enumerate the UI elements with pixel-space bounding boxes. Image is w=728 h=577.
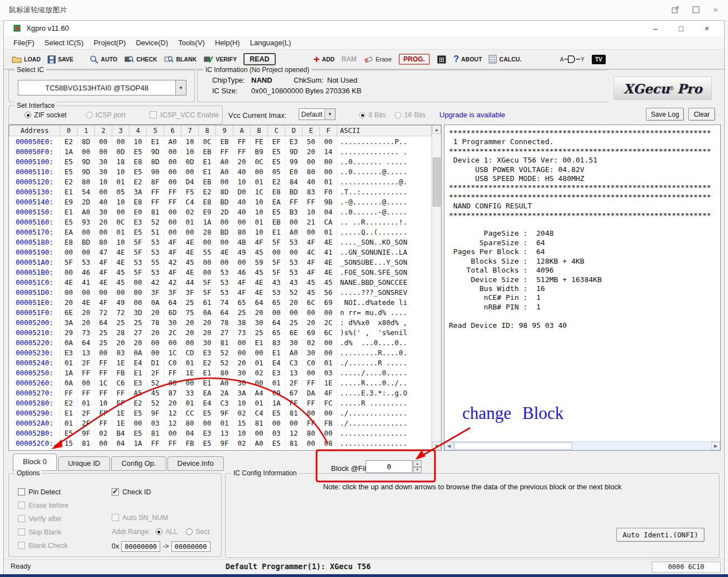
hex-byte-cell[interactable]: 00 <box>303 227 320 237</box>
hex-ascii-cell[interactable]: ..0....... ..... <box>337 156 432 166</box>
hex-byte-cell[interactable]: C3 <box>216 398 233 408</box>
hex-byte-cell[interactable]: 53 <box>216 267 233 277</box>
hex-byte-cell[interactable]: A0 <box>216 166 233 177</box>
hex-byte-cell[interactable]: 81 <box>216 337 233 347</box>
hex-byte-cell[interactable]: 00 <box>78 247 95 257</box>
hex-byte-cell[interactable]: 4F <box>164 267 181 277</box>
radio-icon[interactable] <box>359 112 366 118</box>
option-verify-after[interactable]: Verify after <box>18 515 69 523</box>
hex-byte-cell[interactable]: E4 <box>199 398 216 408</box>
hex-byte-cell[interactable]: 12 <box>164 408 181 418</box>
minimize-icon[interactable]: – <box>643 22 668 35</box>
hex-byte-cell[interactable]: E1 <box>60 187 78 197</box>
hex-byte-cell[interactable]: 72 <box>95 307 112 317</box>
hex-byte-cell[interactable]: E5 <box>130 428 147 438</box>
hex-byte-cell[interactable]: 00 <box>251 166 268 177</box>
hex-byte-cell[interactable]: 10 <box>233 177 251 187</box>
add-button[interactable]: + ADD <box>314 55 335 63</box>
hex-byte-cell[interactable]: 84 <box>285 177 303 187</box>
hex-byte-cell[interactable]: 80 <box>78 177 95 187</box>
hex-byte-cell[interactable]: E3 <box>60 347 78 357</box>
addr-to-input[interactable] <box>171 541 210 552</box>
hex-byte-cell[interactable]: 5F <box>268 257 285 267</box>
hex-byte-cell[interactable]: E8 <box>130 156 147 166</box>
hex-ascii-cell[interactable]: ................ <box>337 438 432 448</box>
hex-byte-cell[interactable]: 10 <box>112 197 130 207</box>
hex-byte-cell[interactable]: 4E <box>320 267 337 277</box>
hex-byte-cell[interactable]: E5 <box>268 156 285 166</box>
hex-byte-cell[interactable]: 01 <box>112 177 130 187</box>
hex-byte-cell[interactable]: 00 <box>268 307 285 317</box>
hex-byte-cell[interactable]: 20 <box>147 327 164 337</box>
read-button[interactable]: READ <box>243 53 275 65</box>
hex-byte-cell[interactable]: 8D <box>78 136 95 147</box>
checkbox-icon[interactable] <box>18 515 25 522</box>
hex-byte-cell[interactable]: E2 <box>60 398 78 408</box>
hex-byte-cell[interactable]: 4F <box>303 237 320 247</box>
hex-byte-cell[interactable]: 9B <box>320 197 337 207</box>
hex-byte-cell[interactable]: A0 <box>216 378 233 388</box>
hex-byte-cell[interactable]: 53 <box>130 257 147 267</box>
hex-byte-cell[interactable]: E3 <box>268 368 285 378</box>
hex-byte-cell[interactable]: A0 <box>216 156 233 166</box>
hex-byte-cell[interactable]: 10 <box>233 428 251 438</box>
hex-byte-cell[interactable]: 00 <box>164 378 181 388</box>
hex-byte-cell[interactable]: 00 <box>164 166 181 177</box>
hex-byte-cell[interactable]: 1C <box>95 378 112 388</box>
hex-byte-cell[interactable]: 00 <box>78 146 95 156</box>
hex-byte-cell[interactable]: 00 <box>112 136 130 147</box>
hex-byte-cell[interactable]: 9F <box>147 408 164 418</box>
hex-byte-cell[interactable]: 51 <box>147 227 164 237</box>
hex-byte-cell[interactable]: 10 <box>112 237 130 247</box>
menu-item-project-p-[interactable]: Project(P) <box>89 39 131 47</box>
hex-byte-cell[interactable]: 10 <box>251 207 268 217</box>
radio-icon[interactable] <box>25 112 31 118</box>
menu-item-device-d-[interactable]: Device(D) <box>131 39 173 47</box>
hex-byte-cell[interactable]: 5F <box>130 267 147 277</box>
hex-byte-cell[interactable]: 13 <box>78 347 95 357</box>
hex-byte-cell[interactable]: E5 <box>268 146 285 156</box>
hex-byte-cell[interactable]: 80 <box>216 368 233 378</box>
hex-byte-cell[interactable]: 02 <box>303 337 320 347</box>
hex-byte-cell[interactable]: 25 <box>95 327 112 337</box>
hex-byte-cell[interactable]: 00 <box>181 378 199 388</box>
hex-byte-cell[interactable]: 25 <box>112 317 130 327</box>
hex-byte-cell[interactable]: C4 <box>251 408 268 418</box>
hex-byte-cell[interactable]: 4E <box>95 277 112 287</box>
hex-byte-cell[interactable]: 2C <box>164 327 181 337</box>
hex-byte-cell[interactable]: 00 <box>303 408 320 418</box>
hex-byte-cell[interactable]: E5 <box>268 207 285 217</box>
popout-icon[interactable] <box>670 4 681 15</box>
hex-byte-cell[interactable]: 54 <box>78 187 95 197</box>
hex-byte-cell[interactable]: 1A <box>199 217 216 227</box>
hex-byte-cell[interactable]: 00 <box>285 307 303 317</box>
hex-byte-cell[interactable]: C0 <box>303 357 320 368</box>
hex-byte-cell[interactable]: 0A <box>147 297 164 307</box>
hex-byte-cell[interactable]: 4E <box>251 277 268 287</box>
hex-byte-cell[interactable]: 45 <box>251 267 268 277</box>
hex-byte-cell[interactable]: BD <box>216 227 233 237</box>
hex-byte-cell[interactable]: 30 <box>233 378 251 388</box>
hex-byte-cell[interactable]: 01 <box>78 398 95 408</box>
hex-byte-cell[interactable]: 64 <box>251 297 268 307</box>
hex-byte-cell[interactable]: 0C <box>199 136 216 147</box>
hex-byte-cell[interactable]: 52 <box>147 217 164 227</box>
hex-byte-cell[interactable]: 10 <box>181 136 199 147</box>
hex-byte-cell[interactable]: 0A <box>60 337 78 347</box>
hex-byte-cell[interactable]: 1A <box>60 146 78 156</box>
hex-byte-cell[interactable]: 46 <box>78 267 95 277</box>
hex-byte-cell[interactable]: 00 <box>112 287 130 297</box>
hex-byte-cell[interactable]: E5 <box>130 166 147 177</box>
hex-ascii-cell[interactable]: NOI..d%atede li <box>337 297 432 307</box>
hex-byte-cell[interactable]: 1A <box>285 448 303 451</box>
hex-byte-cell[interactable]: 1A <box>268 398 285 408</box>
hex-byte-cell[interactable]: FF <box>164 438 181 448</box>
hex-byte-cell[interactable]: FF <box>303 378 320 388</box>
about-button[interactable]: ? ABOUT <box>453 54 482 64</box>
hex-byte-cell[interactable]: 10 <box>251 197 268 207</box>
hex-byte-cell[interactable]: 64 <box>95 317 112 327</box>
hex-byte-cell[interactable]: 01 <box>112 227 130 237</box>
hex-byte-cell[interactable]: 25 <box>233 307 251 317</box>
hex-byte-cell[interactable]: E5 <box>268 408 285 418</box>
hex-byte-cell[interactable]: E4 <box>268 357 285 368</box>
